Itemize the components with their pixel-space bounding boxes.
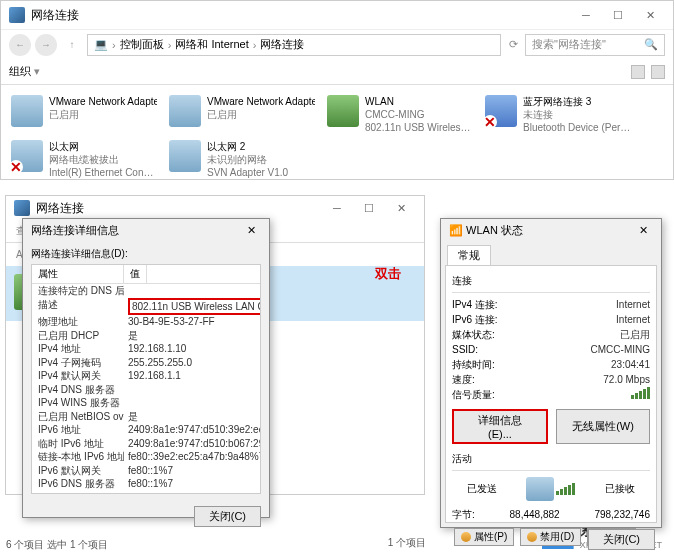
wifi-icon: 📶 <box>449 224 463 237</box>
close-button[interactable]: ✕ <box>633 224 653 237</box>
adapter-item[interactable]: 以太网 网络电缆被拔出 Intel(R) Ethernet Connection… <box>9 138 159 181</box>
property-row[interactable]: IPv6 DNS 服务器fe80::1%7 <box>32 477 260 491</box>
bytes-sent: 88,448,882 <box>510 507 560 522</box>
monitor-icon <box>526 477 554 501</box>
property-row[interactable]: fe80::1%7 <box>32 491 260 495</box>
signal-bars-icon <box>631 387 650 399</box>
adapter-icon <box>11 95 43 127</box>
bytes-received: 798,232,746 <box>594 507 650 522</box>
property-row[interactable]: IPv4 默认网关192.168.1.1 <box>32 369 260 383</box>
details-button[interactable]: 详细信息(E)... <box>452 409 548 444</box>
titlebar: 网络连接 ─ ☐ ✕ <box>1 1 673 29</box>
adapter-item[interactable]: 以太网 2 未识别的网络 SVN Adapter V1.0 <box>167 138 317 181</box>
adapter-item[interactable]: WLAN CMCC-MING 802.11n USB Wireless LAN … <box>325 93 475 136</box>
minimize-button[interactable]: ─ <box>571 5 601 25</box>
status-row: 速度:72.0 Mbps <box>452 372 650 387</box>
col-property: 属性 <box>32 265 124 283</box>
property-row[interactable]: IPv4 WINS 服务器 <box>32 396 260 410</box>
adapter-list: VMware Network Adapter VMnet1 已启用 VMware… <box>1 85 673 189</box>
statusbar-bg: 1 个项目 <box>388 536 426 550</box>
status-row: IPv6 连接:Internet <box>452 312 650 327</box>
signal-icon <box>556 483 575 495</box>
status-row: 媒体状态:已启用 <box>452 327 650 342</box>
adapter-item[interactable]: VMware Network Adapter VMnet1 已启用 <box>9 93 159 136</box>
property-row[interactable]: 临时 IPv6 地址2409:8a1e:9747:d510:b067:29d7:… <box>32 437 260 451</box>
section-activity: 活动 <box>452 452 650 466</box>
adapter-icon <box>169 95 201 127</box>
adapter-icon <box>327 95 359 127</box>
shield-icon <box>527 532 537 542</box>
shield-icon <box>461 532 471 542</box>
property-row[interactable]: 连接特定的 DNS 后缀 <box>32 284 260 298</box>
titlebar: 网络连接 ─ ☐ ✕ <box>6 196 424 220</box>
minimize-button[interactable]: ─ <box>322 198 352 218</box>
window-title: 网络连接 <box>31 7 571 24</box>
adapter-icon <box>11 140 43 172</box>
adapter-item[interactable]: 蓝牙网络连接 3 未连接 Bluetooth Device (Personal … <box>483 93 633 136</box>
back-button[interactable]: ← <box>9 34 31 56</box>
close-button[interactable]: 关闭(C) <box>588 529 655 550</box>
refresh-button[interactable]: ⟳ <box>505 38 521 51</box>
close-button[interactable]: 关闭(C) <box>194 506 261 527</box>
wlan-status-dialog: 📶 WLAN 状态 ✕ 常规 连接 IPv4 连接:InternetIPv6 连… <box>440 218 662 528</box>
connection-details-dialog: 网络连接详细信息 ✕ 网络连接详细信息(D): 属性 值 连接特定的 DNS 后… <box>22 218 270 518</box>
maximize-button[interactable]: ☐ <box>354 198 384 218</box>
view-button[interactable] <box>631 65 645 79</box>
tab-general[interactable]: 常规 <box>447 245 491 265</box>
organize-menu[interactable]: 组织 ▾ <box>9 64 40 79</box>
property-row[interactable]: IPv4 子网掩码255.255.255.0 <box>32 356 260 370</box>
breadcrumb[interactable]: 💻 › 控制面板 › 网络和 Internet › 网络连接 <box>87 34 501 56</box>
properties-button[interactable]: 属性(P) <box>454 528 514 546</box>
network-connections-window: 网络连接 ─ ☐ ✕ ← → ↑ 💻 › 控制面板 › 网络和 Internet… <box>0 0 674 180</box>
window-icon <box>9 7 25 23</box>
adapter-icon <box>485 95 517 127</box>
close-button[interactable]: ✕ <box>386 198 416 218</box>
status-row: SSID:CMCC-MING <box>452 342 650 357</box>
close-button[interactable]: ✕ <box>635 5 665 25</box>
annotation-doubleclick: 双击 <box>375 265 401 283</box>
adapter-icon <box>169 140 201 172</box>
window-icon <box>14 200 30 216</box>
property-row[interactable]: IPv4 DNS 服务器 <box>32 383 260 397</box>
search-icon: 🔍 <box>644 38 658 51</box>
statusbar-main: 6 个项目 选中 1 个项目 <box>6 538 108 552</box>
col-value: 值 <box>124 265 147 283</box>
dialog-titlebar: 📶 WLAN 状态 ✕ <box>441 219 661 241</box>
pc-icon: 💻 <box>94 38 108 51</box>
up-button[interactable]: ↑ <box>61 34 83 56</box>
section-connection: 连接 <box>452 274 650 288</box>
activity-graphic: 已发送 已接收 <box>452 477 650 501</box>
adapter-item[interactable]: VMware Network Adapter VMnet8 已启用 <box>167 93 317 136</box>
property-row[interactable]: IPv6 地址2409:8a1e:9747:d510:39e2:ec25:a47… <box>32 423 260 437</box>
status-row: 信号质量: <box>452 387 650 403</box>
status-row: 持续时间:23:04:41 <box>452 357 650 372</box>
maximize-button[interactable]: ☐ <box>603 5 633 25</box>
forward-button[interactable]: → <box>35 34 57 56</box>
property-row[interactable]: 已启用 DHCP是 <box>32 329 260 343</box>
help-button[interactable] <box>651 65 665 79</box>
property-row[interactable]: 描述802.11n USB Wireless LAN Card <box>32 298 260 316</box>
wireless-props-button[interactable]: 无线属性(W) <box>556 409 650 444</box>
close-button[interactable]: ✕ <box>241 224 261 237</box>
search-input[interactable]: 搜索"网络连接" 🔍 <box>525 34 665 56</box>
property-row[interactable]: 物理地址30-B4-9E-53-27-FF <box>32 315 260 329</box>
dialog-titlebar: 网络连接详细信息 ✕ <box>23 219 269 241</box>
property-row[interactable]: IPv4 地址192.168.1.10 <box>32 342 260 356</box>
property-row[interactable]: 已启用 NetBIOS over T...是 <box>32 410 260 424</box>
property-row[interactable]: 链接-本地 IPv6 地址fe80::39e2:ec25:a47b:9a48%7 <box>32 450 260 464</box>
toolbar: 组织 ▾ <box>1 59 673 85</box>
property-row[interactable]: IPv6 默认网关fe80::1%7 <box>32 464 260 478</box>
details-label: 网络连接详细信息(D): <box>31 247 261 261</box>
window-title: 网络连接 <box>36 200 322 217</box>
nav-bar: ← → ↑ 💻 › 控制面板 › 网络和 Internet › 网络连接 ⟳ 搜… <box>1 29 673 59</box>
properties-table: 属性 值 连接特定的 DNS 后缀描述802.11n USB Wireless … <box>31 264 261 494</box>
status-row: IPv4 连接:Internet <box>452 297 650 312</box>
disable-button[interactable]: 禁用(D) <box>520 528 581 546</box>
